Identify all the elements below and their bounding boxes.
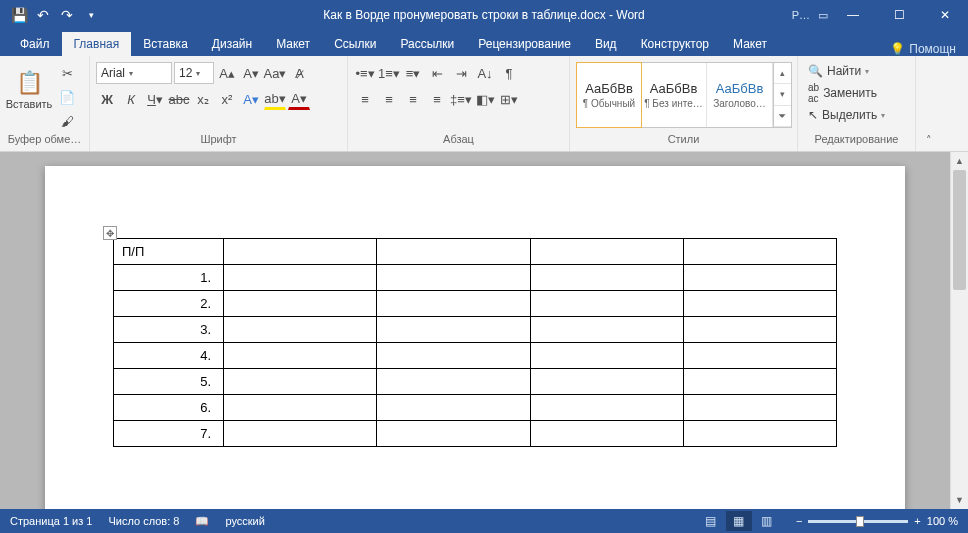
align-right-button[interactable]: ≡ (402, 88, 424, 110)
document-table[interactable]: П/П 1. 2. 3. 4. 5. 6. 7. (113, 238, 837, 447)
read-mode-button[interactable]: ▤ (698, 511, 724, 531)
table-cell[interactable] (224, 291, 377, 317)
vertical-scrollbar[interactable]: ▲ ▼ (950, 152, 968, 509)
table-cell[interactable] (683, 343, 836, 369)
format-painter-button[interactable]: 🖌 (56, 110, 78, 132)
table-cell[interactable] (377, 265, 530, 291)
borders-button[interactable]: ⊞▾ (498, 88, 520, 110)
table-cell[interactable] (224, 343, 377, 369)
table-cell[interactable] (377, 395, 530, 421)
tell-me[interactable]: 💡 Помощн (878, 42, 968, 56)
web-layout-button[interactable]: ▥ (754, 511, 780, 531)
shading-button[interactable]: ◧▾ (474, 88, 496, 110)
increase-indent-button[interactable]: ⇥ (450, 62, 472, 84)
maximize-button[interactable]: ☐ (876, 0, 922, 30)
highlight-button[interactable]: ab▾ (264, 88, 286, 110)
find-button[interactable]: 🔍Найти▾ (804, 62, 873, 80)
document-area[interactable]: ✥ П/П 1. 2. 3. 4. 5. 6. 7. (0, 152, 950, 509)
text-effects-button[interactable]: A▾ (240, 88, 262, 110)
table-cell[interactable] (530, 239, 683, 265)
zoom-thumb[interactable] (856, 516, 864, 527)
style-heading1[interactable]: АаБбВв Заголово… (707, 63, 773, 127)
table-cell[interactable] (530, 317, 683, 343)
scroll-thumb[interactable] (953, 170, 966, 290)
redo-icon[interactable]: ↷ (56, 4, 78, 26)
table-header-cell[interactable]: П/П (114, 239, 224, 265)
table-cell[interactable] (530, 369, 683, 395)
replace-button[interactable]: abacЗаменить (804, 80, 881, 106)
table-cell[interactable] (530, 265, 683, 291)
print-layout-button[interactable]: ▦ (726, 511, 752, 531)
table-cell[interactable] (683, 291, 836, 317)
status-word-count[interactable]: Число слов: 8 (108, 515, 179, 527)
table-cell[interactable] (683, 317, 836, 343)
collapse-ribbon-button[interactable]: ˄ (916, 56, 942, 151)
tab-layout[interactable]: Макет (264, 32, 322, 56)
table-move-handle[interactable]: ✥ (103, 226, 117, 240)
font-color-button[interactable]: A▾ (288, 88, 310, 110)
zoom-in-button[interactable]: + (914, 515, 920, 527)
table-cell[interactable] (530, 421, 683, 447)
align-center-button[interactable]: ≡ (378, 88, 400, 110)
zoom-level[interactable]: 100 % (927, 515, 958, 527)
table-cell[interactable] (224, 369, 377, 395)
table-cell[interactable] (377, 317, 530, 343)
font-size-combo[interactable]: 12▾ (174, 62, 214, 84)
table-cell[interactable] (683, 265, 836, 291)
close-button[interactable]: ✕ (922, 0, 968, 30)
paste-button[interactable]: 📋 Вставить (6, 62, 52, 118)
styles-expand[interactable]: ⏷ (774, 106, 791, 127)
tab-table-design[interactable]: Конструктор (629, 32, 721, 56)
table-cell[interactable] (377, 291, 530, 317)
tab-view[interactable]: Вид (583, 32, 629, 56)
multilevel-list-button[interactable]: ≡▾ (402, 62, 424, 84)
select-button[interactable]: ↖Выделить▾ (804, 106, 889, 124)
underline-button[interactable]: Ч▾ (144, 88, 166, 110)
sort-button[interactable]: A↓ (474, 62, 496, 84)
tab-design[interactable]: Дизайн (200, 32, 264, 56)
tab-review[interactable]: Рецензирование (466, 32, 583, 56)
table-cell-num[interactable]: 4. (114, 343, 224, 369)
tab-mailings[interactable]: Рассылки (388, 32, 466, 56)
italic-button[interactable]: К (120, 88, 142, 110)
table-cell-num[interactable]: 5. (114, 369, 224, 395)
strikethrough-button[interactable]: abc (168, 88, 190, 110)
scroll-up-button[interactable]: ▲ (951, 152, 968, 170)
show-marks-button[interactable]: ¶ (498, 62, 520, 84)
styles-scroll-up[interactable]: ▴ (774, 63, 791, 84)
ribbon-display-options-icon[interactable]: ▭ (818, 9, 828, 22)
table-cell-num[interactable]: 2. (114, 291, 224, 317)
save-icon[interactable]: 💾 (8, 4, 30, 26)
table-cell-num[interactable]: 1. (114, 265, 224, 291)
tab-references[interactable]: Ссылки (322, 32, 388, 56)
table-cell[interactable] (224, 395, 377, 421)
bullets-button[interactable]: •≡▾ (354, 62, 376, 84)
style-normal[interactable]: АаБбВв ¶ Обычный (576, 62, 642, 128)
table-cell[interactable] (530, 395, 683, 421)
style-no-spacing[interactable]: АаБбВв ¶ Без инте… (641, 63, 707, 127)
clear-formatting-button[interactable]: A̷ (288, 62, 310, 84)
scroll-track[interactable] (951, 170, 968, 491)
zoom-out-button[interactable]: − (796, 515, 802, 527)
bold-button[interactable]: Ж (96, 88, 118, 110)
numbering-button[interactable]: 1≡▾ (378, 62, 400, 84)
table-cell[interactable] (377, 369, 530, 395)
table-cell[interactable] (377, 343, 530, 369)
table-cell[interactable] (683, 395, 836, 421)
table-cell[interactable] (224, 239, 377, 265)
subscript-button[interactable]: x₂ (192, 88, 214, 110)
table-cell[interactable] (377, 421, 530, 447)
align-left-button[interactable]: ≡ (354, 88, 376, 110)
font-name-combo[interactable]: Arial▾ (96, 62, 172, 84)
scroll-down-button[interactable]: ▼ (951, 491, 968, 509)
qat-customize-icon[interactable]: ▾ (80, 4, 102, 26)
status-language[interactable]: русский (225, 515, 264, 527)
table-cell-num[interactable]: 3. (114, 317, 224, 343)
tab-table-layout[interactable]: Макет (721, 32, 779, 56)
styles-scroll-down[interactable]: ▾ (774, 84, 791, 105)
minimize-button[interactable]: — (830, 0, 876, 30)
decrease-indent-button[interactable]: ⇤ (426, 62, 448, 84)
tab-insert[interactable]: Вставка (131, 32, 200, 56)
status-page[interactable]: Страница 1 из 1 (10, 515, 92, 527)
spellcheck-icon[interactable]: 📖 (195, 515, 209, 528)
